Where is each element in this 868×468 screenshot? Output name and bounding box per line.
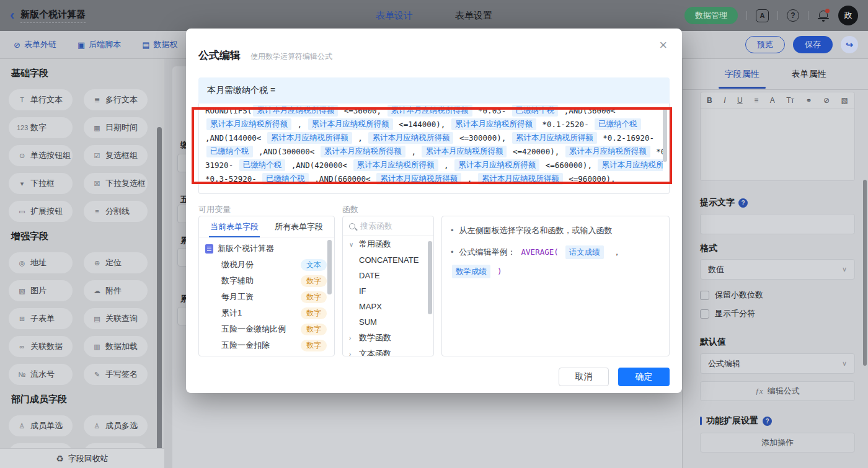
field-token[interactable]: 累计本月应纳税所得额 bbox=[253, 105, 338, 117]
field-token[interactable]: 累计本月应纳税所得额 bbox=[512, 132, 597, 144]
field-item-extend-button[interactable]: ▭扩展按钮 bbox=[9, 201, 73, 222]
field-item-multi-line-text[interactable]: ≣多行文本 bbox=[84, 89, 148, 110]
variable-row[interactable]: 五险一金扣除数字 bbox=[199, 337, 334, 353]
field-token[interactable]: 语文成绩 bbox=[565, 245, 604, 259]
image-icon[interactable]: ▧ bbox=[841, 96, 848, 105]
field-token[interactable]: 已缴纳个税 bbox=[512, 105, 559, 117]
help-icon[interactable]: ? bbox=[787, 9, 799, 22]
close-icon[interactable]: × bbox=[659, 38, 667, 52]
function-item-CONCATENATE[interactable]: CONCATENATE bbox=[343, 252, 433, 268]
variables-scrollbar[interactable] bbox=[327, 240, 332, 294]
field-item-data-load[interactable]: ▥数据加载 bbox=[84, 336, 148, 357]
field-token[interactable]: 累计本月应纳税所得额 bbox=[598, 159, 663, 171]
preview-button[interactable]: 预览 bbox=[745, 36, 785, 53]
cancel-button[interactable]: 取消 bbox=[559, 368, 609, 386]
avatar[interactable]: 政 bbox=[838, 6, 858, 25]
variable-row[interactable]: 累计1数字 bbox=[199, 305, 334, 321]
field-item-image[interactable]: ▧图片 bbox=[9, 280, 73, 301]
field-item-address[interactable]: ◎地址 bbox=[9, 252, 73, 273]
properties-tab-字段属性[interactable]: 字段属性 bbox=[724, 60, 761, 89]
field-token[interactable]: 累计本月应纳税所得额 bbox=[478, 173, 563, 185]
function-item-MAPX[interactable]: MAPX bbox=[343, 299, 433, 314]
add-action-button[interactable]: 添加操作 bbox=[700, 433, 855, 453]
variable-row[interactable]: 数字辅助数字 bbox=[199, 273, 334, 289]
unlink-icon[interactable]: ⊘ bbox=[823, 96, 830, 105]
field-token[interactable]: 累计本月应纳税所得额 bbox=[388, 105, 472, 117]
field-item-radio-group[interactable]: ⊙单选按钮组 bbox=[9, 145, 73, 166]
field-item-single-line-text[interactable]: T单行文本 bbox=[9, 89, 73, 110]
field-token[interactable]: 累计本月应纳税所得额 bbox=[308, 118, 393, 130]
properties-tab-表单属性[interactable]: 表单属性 bbox=[790, 60, 828, 89]
thousand-separator-checkbox[interactable]: 显示千分符 bbox=[700, 308, 755, 319]
strip-link-backend-script[interactable]: ▣后端脚本 bbox=[78, 39, 121, 50]
field-item-member-multi[interactable]: ♙成员多选 bbox=[84, 415, 148, 436]
font-color-icon[interactable]: A bbox=[770, 96, 775, 105]
data-manage-button[interactable]: 数据管理 bbox=[684, 7, 738, 24]
function-group-文本函数[interactable]: ›文本函数 bbox=[343, 346, 433, 356]
function-search-input[interactable]: 搜索函数 bbox=[343, 216, 433, 236]
field-item-attachment[interactable]: ☁附件 bbox=[84, 280, 148, 301]
variables-root[interactable]: 新版个税计算器 bbox=[199, 237, 334, 257]
field-item-serial-number[interactable]: №流水号 bbox=[9, 364, 73, 385]
field-token[interactable]: 累计本月应纳税所得额 bbox=[368, 132, 453, 144]
variables-tab-当前表单字段[interactable]: 当前表单字段 bbox=[209, 216, 260, 237]
formula-editor-area[interactable]: ROUND(IFS(累计本月应纳税所得额 <=36000, 累计本月应纳税所得额… bbox=[198, 104, 670, 194]
font-size-icon[interactable]: Tт bbox=[786, 96, 794, 105]
field-token[interactable]: 累计本月应纳税所得额 bbox=[321, 146, 405, 157]
field-item-multi-select[interactable]: ☒下拉复选框 bbox=[84, 173, 148, 194]
field-item-linked-data[interactable]: ∞关联数据 bbox=[9, 336, 73, 357]
field-token[interactable]: 已缴纳个税 bbox=[239, 159, 286, 171]
link-icon[interactable]: ⚭ bbox=[805, 96, 812, 105]
right-panel-scrollbar[interactable] bbox=[863, 180, 867, 366]
variable-row[interactable]: 缴税月份文本 bbox=[199, 257, 334, 273]
variables-tab-所有表单字段[interactable]: 所有表单字段 bbox=[273, 216, 324, 237]
field-item-member-single[interactable]: ♙成员单选 bbox=[9, 415, 73, 436]
field-item-number[interactable]: 123数字 bbox=[9, 117, 73, 138]
field-item-linked-query[interactable]: ▤关联查询 bbox=[84, 308, 148, 329]
function-item-IF[interactable]: IF bbox=[343, 283, 433, 299]
field-token[interactable]: 累计本月应纳税所得额 bbox=[454, 159, 539, 171]
field-token[interactable]: 累计本月应纳税所得额 bbox=[422, 146, 507, 157]
hint-text-input[interactable] bbox=[700, 214, 855, 234]
italic-icon[interactable]: I bbox=[724, 96, 725, 105]
field-token[interactable]: 累计本月应纳税所得额 bbox=[565, 146, 650, 157]
strip-link-form-external-link[interactable]: ⊘表单外链 bbox=[14, 39, 56, 50]
decimal-checkbox[interactable]: 保留小数位数 bbox=[700, 289, 763, 301]
back-icon[interactable]: ‹ bbox=[10, 9, 14, 22]
function-group-数学函数[interactable]: ›数学函数 bbox=[343, 330, 433, 346]
field-item-select[interactable]: ▾下拉框 bbox=[9, 173, 73, 194]
confirm-button[interactable]: 确定 bbox=[618, 368, 670, 386]
function-item-DATE[interactable]: DATE bbox=[343, 268, 433, 283]
translate-icon[interactable]: A bbox=[756, 9, 769, 22]
field-token[interactable]: 数学成绩 bbox=[452, 265, 490, 278]
formula-scrollbar[interactable] bbox=[663, 107, 667, 162]
save-button[interactable]: 保存 bbox=[793, 36, 833, 53]
field-token[interactable]: 已缴纳个税 bbox=[595, 118, 641, 130]
underline-icon[interactable]: U bbox=[737, 96, 743, 105]
field-token[interactable]: 累计本月应纳税所得额 bbox=[353, 159, 438, 171]
app-title[interactable]: 新版个税计算器 bbox=[20, 9, 86, 23]
field-item-subform[interactable]: ⊞子表单 bbox=[9, 308, 73, 329]
field-item-checkbox-group[interactable]: ☑复选框组 bbox=[84, 145, 148, 166]
field-item-divider[interactable]: ≡分割线 bbox=[84, 201, 148, 222]
format-select[interactable]: 数值∨ bbox=[700, 259, 855, 280]
field-token[interactable]: 累计本月应纳税所得额 bbox=[206, 118, 291, 130]
field-token[interactable]: 已缴纳个税 bbox=[262, 173, 309, 185]
notification-bell-icon[interactable] bbox=[817, 9, 830, 22]
strip-link-data-permission[interactable]: ▤数据权 bbox=[142, 39, 177, 50]
question-icon[interactable]: ? bbox=[763, 417, 772, 426]
field-token[interactable]: 已缴纳个税 bbox=[206, 146, 253, 157]
variable-row[interactable]: 每月工资数字 bbox=[199, 289, 334, 305]
question-icon[interactable]: ? bbox=[738, 198, 748, 208]
bold-icon[interactable]: B bbox=[707, 96, 712, 105]
field-item-location[interactable]: ⊕定位 bbox=[84, 252, 148, 273]
left-panel-scrollbar[interactable] bbox=[157, 127, 162, 468]
header-tab-表单设置[interactable]: 表单设置 bbox=[455, 10, 492, 22]
field-token[interactable]: 累计本月应纳税所得额 bbox=[376, 173, 461, 185]
variable-row[interactable]: 五险一金缴纳比例数字 bbox=[199, 321, 334, 337]
field-item-signature[interactable]: ✎手写签名 bbox=[84, 364, 148, 385]
field-item-datetime[interactable]: ▦日期时间 bbox=[84, 117, 148, 138]
field-recycle-bin[interactable]: ♻ 字段回收站 bbox=[0, 448, 164, 468]
function-item-SUM[interactable]: SUM bbox=[343, 314, 433, 330]
rich-text-editor[interactable]: BIU≡ATт⚭⊘▧ bbox=[700, 92, 855, 181]
